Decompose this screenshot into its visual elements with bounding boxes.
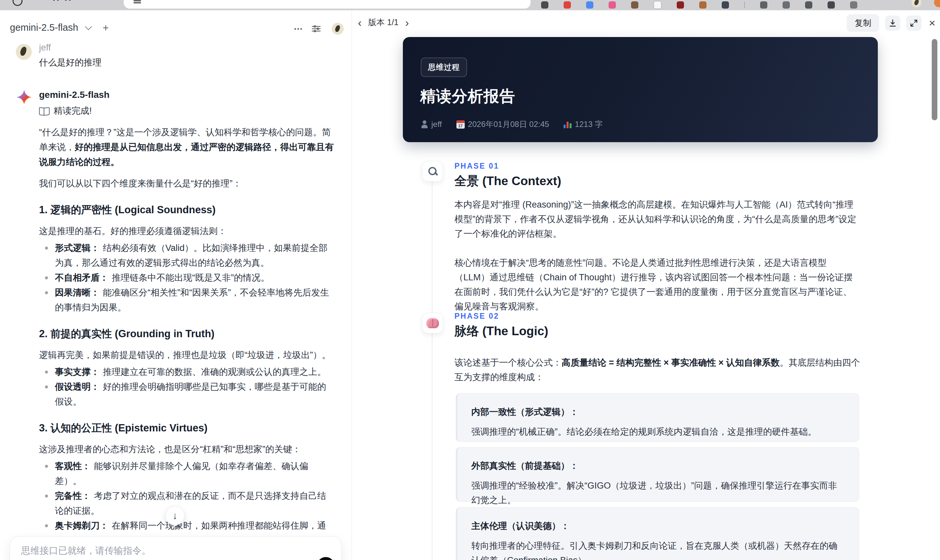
- status-text: 精读完成!: [54, 103, 92, 118]
- extension-13-icon[interactable]: [828, 2, 835, 9]
- scroll-to-bottom-button[interactable]: ↓: [165, 506, 185, 525]
- timeline-connector: [431, 171, 433, 313]
- model-selector[interactable]: gemini-2.5-flash: [10, 22, 78, 33]
- extension-6-icon[interactable]: [653, 1, 661, 9]
- card-body: 强调推理的“机械正确”。结论必须在给定的规则系统内逻辑自洽，这是推理的硬件基础。: [472, 425, 845, 439]
- magnifier-icon: [428, 166, 438, 176]
- extension-7-icon[interactable]: [677, 2, 684, 9]
- prev-version-button[interactable]: ‹: [358, 18, 362, 27]
- section-intro-3: 这涉及推理者的心态和方法论，也是区分“杠精”和“思想家”的关键：: [39, 442, 334, 457]
- calendar-icon: [456, 120, 465, 129]
- list-item: 假设透明：好的推理会明确指明哪些是已知事实，哪些是基于可能的假设。: [55, 380, 334, 409]
- brain-icon: [426, 318, 439, 328]
- scrollbar[interactable]: [932, 39, 937, 120]
- timeline-connector: [431, 323, 433, 560]
- menu-icon: [134, 2, 141, 3]
- report-author: jeff: [431, 120, 442, 129]
- input-placeholder: 思维接口已就绪，请传输指令。: [21, 545, 151, 557]
- gemini-star-icon: [17, 89, 32, 105]
- browser-profile-avatar[interactable]: [912, 0, 922, 7]
- extension-2-icon[interactable]: [564, 2, 571, 9]
- browser-edge-icon[interactable]: [934, 0, 940, 7]
- phase-2-label: PHASE 02: [455, 312, 499, 321]
- extension-10-icon[interactable]: [760, 2, 767, 9]
- chevron-down-icon[interactable]: [85, 23, 92, 30]
- user-name: jeff: [39, 42, 333, 53]
- sliders-icon[interactable]: [311, 24, 321, 34]
- extension-14-icon[interactable]: [850, 2, 857, 9]
- chat-column: gemini-2.5-flash + jeff 什么是好的推理 gemini-2…: [0, 10, 352, 560]
- phase-1-paragraph-1: 本内容是对“推理 (Reasoning)”这一抽象概念的高层建模。在知识爆炸与人…: [455, 197, 861, 241]
- extension-5-icon[interactable]: [631, 2, 638, 9]
- artifact-panel: ‹ 版本 1/1 › 复制 × 思维过程 精读分析报告 jeff 2026年01…: [352, 10, 940, 560]
- version-nav: ‹ 版本 1/1 ›: [358, 17, 409, 28]
- assistant-message-body: 精读完成! “什么是好的推理？”这是一个涉及逻辑学、认知科学和哲学核心的问题。简…: [39, 103, 334, 560]
- list-item: 完备性：考虑了对立的观点和潜在的反证，而不是只选择支持自己结论的证据。: [55, 489, 334, 518]
- copy-button[interactable]: 复制: [847, 14, 879, 32]
- more-icon[interactable]: [294, 28, 296, 30]
- message-input[interactable]: 思维接口已就绪，请传输指令。 +: [9, 536, 342, 560]
- apps-grid-icon[interactable]: [53, 0, 55, 1]
- address-bar[interactable]: [124, 0, 530, 9]
- phase-1-label: PHASE 01: [455, 162, 499, 171]
- extension-12-icon[interactable]: [805, 2, 812, 9]
- report-meta: jeff 2026年01月08日 02:45 1213 字: [421, 119, 603, 129]
- logic-card-2: 外部真实性（前提基础）： 强调推理的“经验校准”。解决“GIGO（垃圾进，垃圾出…: [456, 447, 859, 502]
- extension-9-icon[interactable]: [722, 2, 729, 9]
- logic-card-1: 内部一致性（形式逻辑）： 强调推理的“机械正确”。结论必须在给定的规则系统内逻辑…: [456, 393, 859, 442]
- report-date: 2026年01月08日 02:45: [468, 119, 549, 129]
- phase-1-body: 本内容是对“推理 (Reasoning)”这一抽象概念的高层建模。在知识爆炸与人…: [455, 197, 861, 328]
- arrow-down-icon: ↓: [173, 510, 177, 522]
- assistant-lead: 我们可以从以下四个维度来衡量什么是“好的推理”：: [39, 176, 334, 191]
- download-button[interactable]: [885, 15, 900, 31]
- section-intro-2: 逻辑再完美，如果前提是错误的，推理也是垃圾（即“垃圾进，垃圾出”）。: [39, 348, 334, 363]
- section-heading-3: 3. 认知的公正性 (Epistemic Virtues): [39, 420, 334, 435]
- card-title: 主体伦理（认识美德）：: [472, 518, 845, 533]
- extension-11-icon[interactable]: [783, 2, 790, 9]
- list-item: 因果清晰：能准确区分“相关性”和“因果关系”，不会轻率地将先后发生的事情归为因果…: [55, 285, 334, 315]
- extension-1-icon[interactable]: [541, 2, 549, 9]
- voice-input-button[interactable]: [317, 557, 335, 560]
- phase-2-icon-card: [422, 313, 443, 333]
- extension-4-icon[interactable]: [609, 2, 616, 9]
- report-badge: 思维过程: [421, 57, 467, 77]
- assistant-intro: “什么是好的推理？”这是一个涉及逻辑学、认知科学和哲学核心的问题。简单来说，好的…: [39, 125, 334, 169]
- phase-2-lead: 该论述基于一个核心公式：高质量结论 = 结构完整性 × 事实准确性 × 认知自律…: [455, 355, 861, 399]
- card-body: 转向推理者的心理特征。引入奥卡姆剃刀和反向论证，旨在克服人类（或机器）天然存在的…: [472, 538, 845, 560]
- next-version-button[interactable]: ›: [405, 18, 409, 27]
- report-word-count: 1213 字: [575, 119, 603, 129]
- reload-icon[interactable]: [12, 0, 23, 6]
- phase-1-title: 全景 (The Context): [455, 173, 561, 189]
- version-label: 版本 1/1: [368, 17, 399, 28]
- list-item: 事实支撑：推理建立在可靠的数据、准确的观测或公认的真理之上。: [55, 365, 334, 380]
- open-book-icon: [39, 108, 49, 115]
- assistant-message: gemini-2.5-flash 精读完成! “什么是好的推理？”这是一个涉及逻…: [16, 89, 337, 560]
- extension-icons: [541, 1, 857, 9]
- download-icon: [888, 19, 897, 28]
- report-header-card: 思维过程 精读分析报告 jeff 2026年01月08日 02:45 1213 …: [403, 37, 878, 142]
- assistant-name: gemini-2.5-flash: [39, 89, 337, 101]
- list-item: 形式逻辑：结构必须有效（Valid）。比如演绎推理中，如果前提全部为真，那么通过…: [55, 241, 334, 271]
- word-count-icon: [564, 120, 572, 128]
- phase-2-title: 脉络 (The Logic): [455, 323, 549, 340]
- expand-button[interactable]: [906, 15, 922, 31]
- extension-8-icon[interactable]: [699, 2, 706, 9]
- report-title: 精读分析报告: [420, 86, 515, 107]
- section-bullets-3: 客观性：能够识别并尽量排除个人偏见（如幸存者偏差、确认偏差）。 完备性：考虑了对…: [39, 459, 334, 548]
- author-icon: [421, 120, 428, 128]
- phase-1-icon-card: [422, 161, 443, 182]
- logic-card-3: 主体伦理（认识美德）： 转向推理者的心理特征。引入奥卡姆剃刀和反向论证，旨在克服…: [456, 507, 859, 560]
- list-item: 不自相矛盾：推理链条中不能出现“既是又非”的情况。: [55, 271, 334, 285]
- section-heading-1: 1. 逻辑的严密性 (Logical Soundness): [39, 202, 334, 217]
- section-bullets-2: 事实支撑：推理建立在可靠的数据、准确的观测或公认的真理之上。 假设透明：好的推理…: [39, 365, 334, 409]
- extension-3-icon[interactable]: [586, 2, 593, 9]
- section-heading-2: 2. 前提的真实性 (Grounding in Truth): [39, 326, 334, 341]
- divider: [744, 2, 745, 8]
- close-icon[interactable]: ×: [929, 17, 935, 29]
- user-avatar[interactable]: [332, 23, 344, 35]
- panel-actions: 复制 ×: [847, 14, 935, 32]
- new-chat-button[interactable]: +: [103, 25, 109, 31]
- user-message: jeff 什么是好的推理: [16, 42, 333, 69]
- section-intro-1: 这是推理的基石。好的推理必须遵循逻辑法则：: [39, 224, 334, 238]
- expand-icon: [909, 19, 918, 28]
